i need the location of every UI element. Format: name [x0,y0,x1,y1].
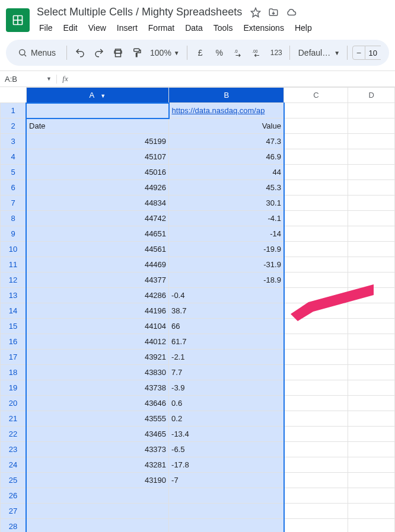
cell[interactable]: 43646 [26,396,169,411]
cell[interactable] [348,488,395,504]
cell[interactable] [284,488,348,504]
cell[interactable] [169,519,284,533]
cell[interactable] [284,103,348,118]
cell[interactable] [169,504,284,519]
cell[interactable]: 45199 [26,134,169,149]
cell[interactable]: 44012 [26,334,169,350]
cell[interactable]: 44561 [26,242,169,257]
zoom-select[interactable]: 100% ▼ [148,48,182,57]
row-header[interactable]: 18 [1,365,27,380]
menu-edit[interactable]: Edit [59,21,82,35]
row-header[interactable]: 21 [1,411,27,427]
redo-button[interactable] [91,44,107,61]
cell[interactable]: 43738 [26,380,169,396]
cell[interactable] [284,319,348,334]
cell[interactable] [348,504,395,519]
cell[interactable] [348,103,395,118]
cell[interactable] [284,257,348,273]
percent-button[interactable]: % [211,44,228,61]
row-header[interactable]: 14 [1,303,27,319]
cell[interactable]: 47.3 [169,134,284,149]
cell[interactable] [348,350,395,365]
cell[interactable]: 44651 [26,226,169,242]
cell[interactable]: 45107 [26,149,169,165]
cell[interactable] [169,488,284,504]
cell[interactable] [348,473,395,488]
cell[interactable] [348,257,395,273]
cell[interactable] [348,334,395,350]
cell[interactable]: 44742 [26,211,169,226]
cell[interactable] [284,288,348,303]
column-header-d[interactable]: D [348,88,395,103]
chevron-down-icon[interactable]: ▼ [100,93,106,99]
undo-button[interactable] [72,44,88,61]
currency-button[interactable]: £ [192,44,209,61]
menu-help[interactable]: Help [290,21,317,35]
menu-data[interactable]: Data [180,21,208,35]
cell[interactable]: 44196 [26,303,169,319]
cell[interactable]: -7 [169,473,284,488]
cell[interactable]: 66 [169,319,284,334]
formula-bar[interactable] [74,71,395,86]
cell[interactable] [284,242,348,257]
row-header[interactable]: 3 [1,134,27,149]
cell[interactable]: -13.4 [169,427,284,442]
row-header[interactable]: 7 [1,196,27,211]
row-header[interactable]: 11 [1,257,27,273]
cell[interactable]: 45016 [26,165,169,180]
cell[interactable]: 43281 [26,457,169,473]
cell[interactable] [348,196,395,211]
cell[interactable]: Value [169,118,284,134]
row-header[interactable]: 26 [1,488,27,504]
cell[interactable]: Date [26,118,169,134]
cell[interactable] [26,504,169,519]
cell[interactable] [348,319,395,334]
cell[interactable] [284,149,348,165]
cell[interactable] [348,242,395,257]
cell[interactable] [26,488,169,504]
cell[interactable] [284,473,348,488]
row-header[interactable]: 10 [1,242,27,257]
cell[interactable]: 0.6 [169,396,284,411]
cell[interactable] [284,365,348,380]
cell[interactable]: -17.8 [169,457,284,473]
row-header[interactable]: 12 [1,273,27,288]
row-header[interactable]: 20 [1,396,27,411]
cell[interactable]: -3.9 [169,380,284,396]
cell[interactable] [284,165,348,180]
cell[interactable] [284,411,348,427]
column-header-c[interactable]: C [284,88,348,103]
cell[interactable] [348,427,395,442]
cell[interactable]: 43921 [26,350,169,365]
cell[interactable]: 43555 [26,411,169,427]
star-icon[interactable] [250,7,261,18]
cell[interactable] [284,118,348,134]
cell[interactable]: 46.9 [169,149,284,165]
cell[interactable] [348,211,395,226]
sheets-logo[interactable] [6,8,30,32]
menus-chip[interactable]: Menus [12,46,62,60]
cell[interactable]: -19.9 [169,242,284,257]
cell[interactable] [348,134,395,149]
menu-view[interactable]: View [84,21,111,35]
cell[interactable] [26,519,169,533]
cell[interactable] [284,427,348,442]
cell[interactable] [284,519,348,533]
cell[interactable] [284,303,348,319]
cell[interactable]: -14 [169,226,284,242]
row-header[interactable]: 24 [1,457,27,473]
cell[interactable] [348,226,395,242]
cell[interactable]: 30.1 [169,196,284,211]
cell[interactable] [284,504,348,519]
cell[interactable]: 44926 [26,180,169,196]
cell[interactable] [348,273,395,288]
decrease-decimal-button[interactable]: .0 [230,44,247,61]
menu-extensions[interactable]: Extensions [238,21,288,35]
row-header[interactable]: 16 [1,334,27,350]
cell[interactable] [284,457,348,473]
fontsize-value[interactable]: 10 [365,46,381,60]
cell[interactable] [284,273,348,288]
cell[interactable] [348,149,395,165]
spreadsheet-grid[interactable]: A▼ B C D 1https://data.nasdaq.com/ap2Dat… [0,87,395,532]
cell[interactable] [348,396,395,411]
